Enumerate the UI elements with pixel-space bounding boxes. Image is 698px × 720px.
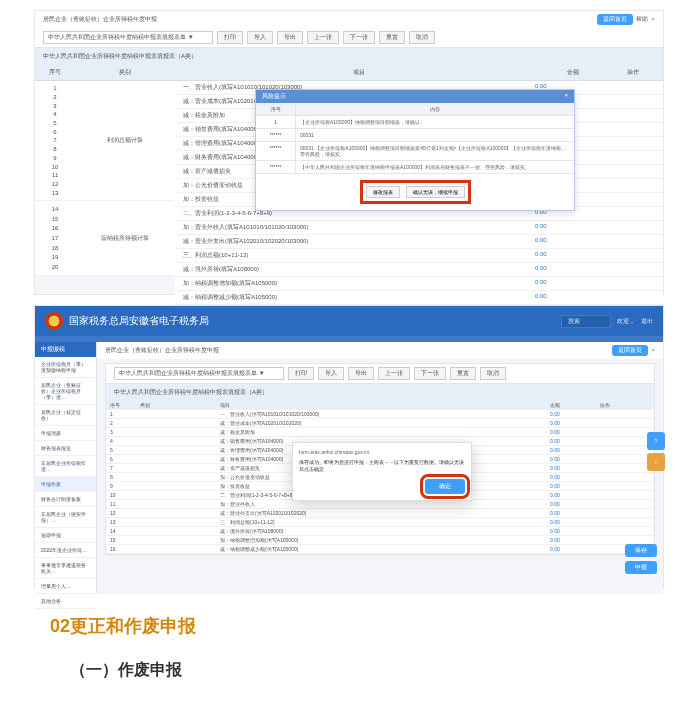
modal-col-seq: 序号: [256, 103, 296, 115]
ok-button[interactable]: 确定: [425, 479, 465, 494]
sidebar-item[interactable]: 申报作废: [35, 477, 96, 492]
back-home-button-2[interactable]: 返回首页: [612, 345, 648, 356]
screenshot-1: 居民企业（查账征收）企业所得税年度申报 返回首页 帮助 × 中华人民共和国企业所…: [34, 10, 664, 295]
table-row: 减：营业外支出(填写A102010/102020/103000)0.00: [175, 235, 663, 249]
category-group-2: 应纳税所得额计算: [75, 201, 175, 275]
search-input[interactable]: 搜索: [561, 315, 611, 328]
cancel-button[interactable]: 取消: [409, 31, 435, 44]
modal-close-icon[interactable]: ×: [564, 92, 568, 101]
submit-button[interactable]: 申报: [625, 561, 657, 574]
modify-report-button[interactable]: 修改报表: [366, 186, 400, 198]
col-seq: 序号: [35, 65, 75, 80]
sidebar-item[interactable]: 2022年度企业所得…: [35, 543, 96, 558]
sidebar-item[interactable]: 财务报表报送: [35, 441, 96, 456]
table-row: 加：纳税调整增加额(填写A105000)0.00: [175, 277, 663, 291]
ss1-toolbar: 中华人民共和国企业所得税年度纳税申报表填报表单 ▼ 打印 导入 导出 上一张 下…: [35, 28, 663, 48]
welcome-label: 欢迎，: [617, 317, 635, 326]
table-row: 11加：营业外收入0.00: [106, 500, 654, 509]
form-select-dropdown-2[interactable]: 中华人民共和国企业所得税年度纳税申报表填报表单 ▼: [114, 367, 284, 380]
table-row: 12减：营业外支出(填写A102010/102020)0.00: [106, 509, 654, 518]
inner-page-title: 居民企业（查账征收）企业所得税年度申报: [105, 346, 219, 355]
col-item: 项目: [175, 65, 543, 80]
emblem-icon: [45, 312, 63, 330]
document-body: 居民企业（查账征收）企业所得税年度申报 返回首页 帮助 × 中华人民共和国企业所…: [0, 0, 698, 720]
close-icon-2[interactable]: ×: [651, 347, 655, 353]
table-row: 2减：营业成本(填写A102010/102020)0.00: [106, 419, 654, 428]
table-row: 减：境外所得(填写A108000)0.00: [175, 263, 663, 277]
modal-message: 保存成功。即将为您进行申报：主附表→→以下为重复行数据。请确认无误后点击确定: [299, 459, 465, 473]
prev-button[interactable]: 上一张: [307, 31, 339, 44]
ss1-topbar: 居民企业（查账征收）企业所得税年度申报 返回首页 帮助 ×: [35, 11, 663, 28]
close-icon[interactable]: ×: [651, 16, 655, 22]
sidebar-item[interactable]: 逾期申报: [35, 528, 96, 543]
sidebar-item[interactable]: 居民企业（查账征收）企业所得税月（季）度…: [35, 378, 96, 405]
site-header: 国家税务总局安徽省电子税务局 搜索 欢迎， 退出: [35, 306, 663, 336]
export-button[interactable]: 导出: [277, 31, 303, 44]
floating-chips: ? !: [647, 432, 665, 471]
page-title: 居民企业（查账征收）企业所得税年度申报: [43, 15, 157, 24]
form-select-dropdown[interactable]: 中华人民共和国企业所得税年度纳税申报表填报表单 ▼: [43, 31, 213, 44]
col-op: 操作: [603, 65, 663, 80]
sidebar-item[interactable]: 申报清册: [35, 426, 96, 441]
logout-link[interactable]: 退出: [641, 317, 653, 326]
sidebar: 申报缴税 企业所得税月（季）度预缴纳税申报居民企业（查账征收）企业所得税月（季）…: [35, 342, 97, 594]
section-heading: 02更正和作废申报: [50, 614, 678, 638]
sidebar-item[interactable]: 增量房个人…: [35, 579, 96, 594]
subsection-heading: （一）作废申报: [70, 660, 678, 681]
table-row: 14减：境外所得(填写A108000)0.00: [106, 527, 654, 536]
table-row: 1一、营业收入(填写A101010/101020/103000)0.00: [106, 410, 654, 419]
modal-title: 风险提示: [262, 92, 286, 101]
reset-button[interactable]: 重置: [379, 31, 405, 44]
sidebar-title: 申报缴税: [35, 342, 96, 357]
screenshot-2: 国家税务总局安徽省电子税务局 搜索 欢迎， 退出 申报缴税 企业所得税月（季）度…: [34, 305, 664, 590]
sidebar-item[interactable]: 其他业务: [35, 594, 96, 609]
table-row: 13三、利润总额(10+11-12)0.00: [106, 518, 654, 527]
confirm-continue-button[interactable]: 确认无误，继续申报: [406, 186, 465, 198]
table-row: 3减：税金及附加0.00: [106, 428, 654, 437]
table-row: 15加：纳税调整增加额(填写A105000)0.00: [106, 536, 654, 545]
panel-title: 中华人民共和国企业所得税年度纳税申报表填报表（A类）: [35, 48, 663, 65]
table-row: 加：营业外收入(填写A101010/101020/103000)0.00: [175, 221, 663, 235]
site-title: 国家税务总局安徽省电子税务局: [69, 314, 209, 328]
import-button[interactable]: 导入: [247, 31, 273, 44]
table-row: 减：纳税调整减少额(填写A105000)0.00: [175, 291, 663, 305]
next-button[interactable]: 下一张: [343, 31, 375, 44]
confirm-modal: form.etax.anhui.chinatax.gov.cn 保存成功。即将为…: [292, 442, 472, 501]
col-category: 类别: [75, 65, 175, 80]
help-label[interactable]: 帮助: [636, 16, 648, 22]
sidebar-item[interactable]: 非居民企业（据实申报）…: [35, 507, 96, 528]
category-group-1: 利润总额计算: [75, 81, 175, 200]
risk-modal: 风险提示 × 序号 内容 1 【企业所得税A105000】纳税调整项目明细表，请…: [255, 89, 575, 211]
print-button[interactable]: 打印: [217, 31, 243, 44]
sidebar-item[interactable]: 非居民企业所得税年度…: [35, 456, 96, 477]
modal-col-msg: 内容: [296, 103, 574, 115]
col-amount: 金额: [543, 65, 603, 80]
chip-warn-icon[interactable]: !: [647, 453, 665, 471]
modal-button-group-highlight: 修改报表 确认无误，继续申报: [360, 180, 471, 204]
sidebar-item[interactable]: 企业所得税月（季）度预缴纳税申报: [35, 357, 96, 378]
back-home-button[interactable]: 返回首页: [597, 14, 633, 25]
chip-help-icon[interactable]: ?: [647, 432, 665, 450]
save-button[interactable]: 保存: [625, 544, 657, 557]
table-row: 三、利润总额(10+11-12)0.00: [175, 249, 663, 263]
table-header-row: 序号 类别 项目 金额 操作: [35, 65, 663, 81]
sidebar-item[interactable]: 事事通专享通道税务机关…: [35, 558, 96, 579]
modal-domain-label: form.etax.anhui.chinatax.gov.cn: [299, 449, 465, 455]
table-row: 16减：纳税调整减少额(填写A105000)0.00: [106, 545, 654, 554]
sidebar-item[interactable]: 财务会计制度备案: [35, 492, 96, 507]
sidebar-item[interactable]: 居民企业（核定征收）: [35, 405, 96, 426]
